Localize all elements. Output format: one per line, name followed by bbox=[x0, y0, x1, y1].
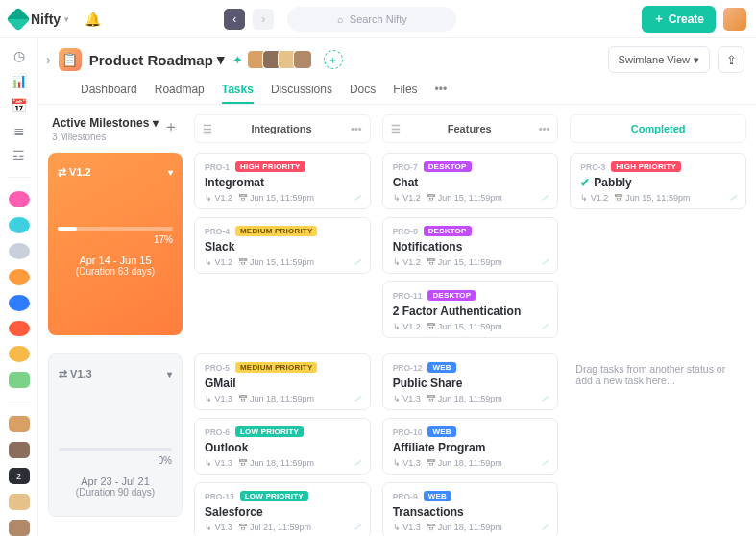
column-label: Features bbox=[448, 123, 492, 134]
task-card[interactable]: PRO-13 LOW PRIORITY Salesforce ↳ V1.3 Ju… bbox=[194, 482, 371, 536]
assignee-icon[interactable]: ⟋ bbox=[540, 393, 549, 403]
milestone-range: Apr 14 - Jun 15 bbox=[58, 255, 173, 266]
task-title: Affiliate Program bbox=[393, 441, 549, 454]
task-title: Transactions bbox=[393, 505, 549, 519]
column-header-completed[interactable]: Completed bbox=[570, 114, 746, 143]
user-chip[interactable] bbox=[9, 372, 30, 388]
priority-pill: WEB bbox=[427, 362, 455, 373]
automation-icon[interactable]: ✦ bbox=[232, 53, 243, 67]
share-button[interactable]: ⇪ bbox=[718, 46, 744, 73]
assignee-icon[interactable]: ⟋ bbox=[353, 457, 362, 468]
tab-files[interactable]: Files bbox=[393, 77, 417, 104]
workspace-chip[interactable] bbox=[9, 269, 30, 285]
user-chip[interactable] bbox=[9, 520, 30, 536]
task-card[interactable]: PRO-11 DESKTOP 2 Factor Authentication ↳… bbox=[382, 281, 559, 338]
list-icon[interactable]: ≣ bbox=[11, 123, 28, 138]
column-menu-icon[interactable]: ••• bbox=[539, 123, 550, 134]
workspace-chip[interactable] bbox=[9, 217, 30, 233]
search-input[interactable]: ⌕ Search Nifty bbox=[287, 7, 456, 32]
create-label: Create bbox=[669, 12, 704, 26]
task-title: Slack bbox=[205, 240, 360, 254]
workspace-chip[interactable] bbox=[9, 295, 30, 311]
brand-menu[interactable]: Nifty ▾ bbox=[10, 11, 69, 28]
members-facepile[interactable] bbox=[251, 50, 312, 69]
user-chip[interactable] bbox=[9, 416, 30, 432]
column-menu-icon[interactable]: ••• bbox=[351, 123, 362, 134]
user-avatar[interactable] bbox=[723, 8, 746, 31]
compass-icon[interactable]: ◷ bbox=[11, 48, 28, 63]
workspace-chip[interactable] bbox=[9, 243, 30, 259]
user-chip[interactable] bbox=[9, 442, 30, 458]
assignee-icon[interactable]: ⟋ bbox=[353, 256, 362, 267]
task-title: Salesforce bbox=[205, 505, 360, 519]
analytics-icon[interactable]: 📊 bbox=[11, 73, 28, 88]
assignee-icon[interactable]: ⟋ bbox=[540, 321, 549, 331]
assignee-icon[interactable]: ⟋ bbox=[728, 192, 738, 203]
task-card[interactable]: PRO-4 MEDIUM PRIORITY Slack ↳ V1.2 Jun 1… bbox=[194, 217, 371, 274]
tab-docs[interactable]: Docs bbox=[350, 77, 376, 104]
task-card[interactable]: PRO-10 WEB Affiliate Program ↳ V1.3 Jun … bbox=[382, 418, 559, 475]
task-id: PRO-6 bbox=[205, 427, 230, 437]
column-header-integrations[interactable]: ☰ Integrations ••• bbox=[194, 114, 371, 143]
assignee-icon[interactable]: ⟋ bbox=[540, 457, 549, 468]
task-card[interactable]: PRO-9 WEB Transactions ↳ V1.3 Jun 18, 11… bbox=[382, 482, 559, 536]
priority-pill: WEB bbox=[424, 491, 451, 501]
view-selector[interactable]: Swimlane View ▾ bbox=[608, 46, 710, 73]
user-chip[interactable]: 2 bbox=[9, 468, 30, 484]
task-card[interactable]: PRO-1 HIGH PRIORITY Integromat ↳ V1.2 Ju… bbox=[194, 153, 371, 209]
workspace-chip[interactable] bbox=[9, 191, 30, 207]
nav-forward-button[interactable]: › bbox=[253, 9, 274, 30]
milestone-duration: (Duration 63 days) bbox=[58, 266, 173, 277]
task-due: Jun 18, 11:59pm bbox=[427, 523, 502, 532]
task-card[interactable]: PRO-12 WEB Public Share ↳ V1.3 Jun 18, 1… bbox=[382, 353, 559, 410]
milestones-count: 3 Milestones bbox=[52, 132, 159, 142]
assignee-icon[interactable]: ⟋ bbox=[353, 393, 362, 403]
task-due: Jul 21, 11:59pm bbox=[238, 523, 311, 532]
task-version: ↳ V1.3 bbox=[393, 458, 421, 468]
calendar-icon[interactable]: 📅 bbox=[11, 98, 28, 113]
column-lead-icon: ☰ bbox=[391, 123, 401, 135]
tab-discussions[interactable]: Discussions bbox=[271, 77, 332, 104]
add-milestone-button[interactable]: ＋ bbox=[159, 116, 183, 139]
assignee-icon[interactable]: ⟋ bbox=[540, 192, 549, 203]
task-title: 2 Factor Authentication bbox=[393, 305, 549, 318]
tab-more[interactable]: ••• bbox=[435, 77, 448, 104]
task-due: Jun 18, 11:59pm bbox=[427, 394, 502, 403]
task-card[interactable]: PRO-6 LOW PRIORITY Outlook ↳ V1.3 Jun 18… bbox=[194, 418, 371, 475]
milestone-version[interactable]: ⇄ V1.2▾ bbox=[58, 166, 173, 179]
add-member-button[interactable]: ＋ bbox=[324, 50, 343, 69]
notifications-icon[interactable]: 🔔 bbox=[85, 12, 101, 27]
assignee-icon[interactable]: ⟋ bbox=[353, 192, 362, 203]
milestones-dropdown[interactable]: Active Milestones ▾ bbox=[52, 116, 159, 130]
assignee-icon[interactable]: ⟋ bbox=[540, 522, 549, 532]
task-id: PRO-9 bbox=[393, 492, 418, 501]
column-lead-icon: ☰ bbox=[203, 123, 212, 135]
task-card[interactable]: PRO-5 MEDIUM PRIORITY GMail ↳ V1.3 Jun 1… bbox=[194, 353, 371, 410]
task-card[interactable]: PRO-7 DESKTOP Chat ↳ V1.2 Jun 15, 11:59p… bbox=[382, 153, 559, 209]
workspace-chip[interactable] bbox=[9, 346, 30, 362]
tab-tasks[interactable]: Tasks bbox=[222, 77, 254, 104]
assignee-icon[interactable]: ⟋ bbox=[540, 256, 549, 267]
tab-roadmap[interactable]: Roadmap bbox=[155, 77, 205, 104]
priority-pill: DESKTOP bbox=[427, 290, 476, 301]
empty-drop-hint[interactable]: Drag tasks from another status or add a … bbox=[570, 353, 746, 396]
column-header-features[interactable]: ☰ Features ••• bbox=[382, 114, 559, 143]
tab-dashboard[interactable]: Dashboard bbox=[81, 77, 137, 104]
plus-icon: ＋ bbox=[653, 11, 665, 27]
breadcrumb-back[interactable]: › bbox=[46, 52, 51, 67]
nav-back-button[interactable]: ‹ bbox=[224, 9, 245, 30]
milestone-card[interactable]: ⇄ V1.3▾ 0% Apr 23 - Jul 21 (Duration 90 … bbox=[48, 353, 183, 517]
task-id: PRO-7 bbox=[393, 162, 418, 172]
task-card[interactable]: PRO-3 HIGH PRIORITY ✔Pabbly ↳ V1.2 Jun 1… bbox=[570, 153, 746, 209]
milestone-card[interactable]: ⇄ V1.2▾ 17% Apr 14 - Jun 15 (Duration 63… bbox=[48, 153, 183, 335]
user-chip[interactable] bbox=[9, 494, 30, 510]
task-id: PRO-12 bbox=[393, 363, 423, 373]
task-card[interactable]: PRO-8 DESKTOP Notifications ↳ V1.2 Jun 1… bbox=[382, 217, 559, 274]
assignee-icon[interactable]: ⟋ bbox=[353, 522, 362, 532]
tasks-icon[interactable]: ☲ bbox=[11, 148, 28, 163]
milestone-version[interactable]: ⇄ V1.3▾ bbox=[59, 368, 172, 380]
workspace-chip[interactable] bbox=[9, 321, 30, 337]
task-version: ↳ V1.2 bbox=[393, 193, 421, 203]
project-title[interactable]: Product Roadmap ▾ bbox=[89, 51, 225, 68]
create-button[interactable]: ＋ Create bbox=[642, 6, 716, 33]
